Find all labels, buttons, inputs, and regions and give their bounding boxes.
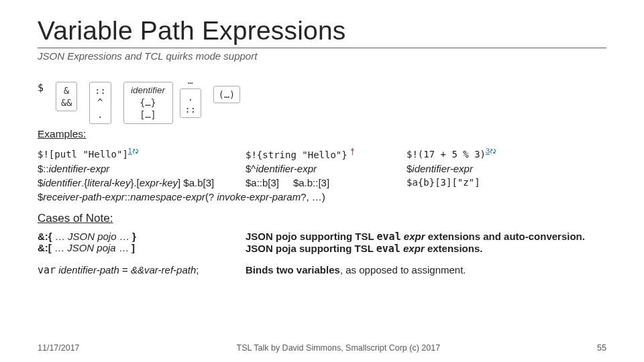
syntax-amp: & [64,84,69,97]
note2-right: Binds two variables, as opposed to assig… [246,264,606,276]
example-3a: $identifier.{literal-key}.[expr-key] $a.… [38,177,239,188]
example-1c: $!(17 + 5 % 3)3🗘 [407,147,606,160]
example-row-2: $::identifier-expr $^identifier-expr $id… [38,163,606,174]
footer-date: 11/17/2017 [38,343,80,353]
syntax-identifier: identifier [131,84,165,97]
syntax-col-scope: :: ^ . [89,82,111,124]
note2-left: var identifier-path = &&var-ref-path; [38,264,239,276]
syntax-coloncolon: :: [95,84,105,97]
example-1b-code: $!{string "Hello"} [246,149,347,160]
syntax-ellipsis: … [188,75,193,87]
title-rule [38,48,606,48]
syntax-col-sep: … . :: [180,82,201,118]
example-1c-code: $!(17 + 5 % 3) [407,149,486,160]
footer-page-number: 55 [597,343,606,353]
dagger-icon: † [350,147,355,156]
receiver-line: $receiver-path-expr::namespace-expr(? in… [38,191,606,202]
example-3c: $a{b}[3]["z"] [407,177,606,188]
note1-left: &:{ … JSON pojo … } &:[ … JSON poja … ] [38,231,239,255]
example-1a-code: $![putl "Hello"] [38,149,128,160]
example-row-1: $![putl "Hello"]1🗘 $!{string "Hello"} † … [38,147,606,160]
syntax-dot: . [97,109,103,121]
syntax-col-ref: & && [56,82,77,111]
syntax-sep-cc: :: [185,103,196,115]
example-2a: $::identifier-expr [38,163,239,174]
slide-footer: 11/17/2017 TSL Talk by David Simmons, Sm… [0,343,644,353]
footer-center: TSL Talk by David Simmons, Smallscript C… [237,343,441,353]
syntax-brackets: […] [140,109,156,121]
footnote-3: 3🗘 [486,147,496,155]
cases-heading: Cases of Note: [38,212,606,225]
examples-heading: Examples: [38,128,606,140]
refresh-icon: 🗘 [490,148,496,155]
footnote-1: 1🗘 [128,147,138,155]
slide-subtitle: JSON Expressions and TCL quirks mode sup… [38,50,606,62]
syntax-dollar: $ [38,82,44,94]
note-row-2: var identifier-path = &&var-ref-path; Bi… [38,264,606,276]
example-2c: $identifier-expr [407,163,606,174]
example-row-3: $identifier.{literal-key}.[expr-key] $a.… [38,177,606,188]
example-1a: $![putl "Hello"]1🗘 [38,147,239,160]
syntax-caret: ^ [97,97,103,109]
syntax-ampamp: && [61,97,72,109]
example-2b: $^identifier-expr [246,163,400,174]
example-3b: $a::b[3] $a.b::[3] [246,177,400,188]
note-row-1: &:{ … JSON pojo … } &:[ … JSON poja … ] … [38,231,606,255]
refresh-icon: 🗘 [132,148,138,155]
note1-right: JSON pojo supporting TSL eval expr exten… [246,231,606,255]
syntax-braces: {…} [140,97,156,109]
example-1b: $!{string "Hello"} † [246,147,400,160]
syntax-sep-box: . :: [180,88,201,118]
syntax-diagram: $ & && :: ^ . identifier {…} […] … . :: … [38,82,606,124]
slide-title: Variable Path Expressions [38,16,606,46]
syntax-sep-dot: . [188,91,193,103]
syntax-col-ident: identifier {…} […] [123,82,173,124]
syntax-invoke: (…) [213,86,240,103]
